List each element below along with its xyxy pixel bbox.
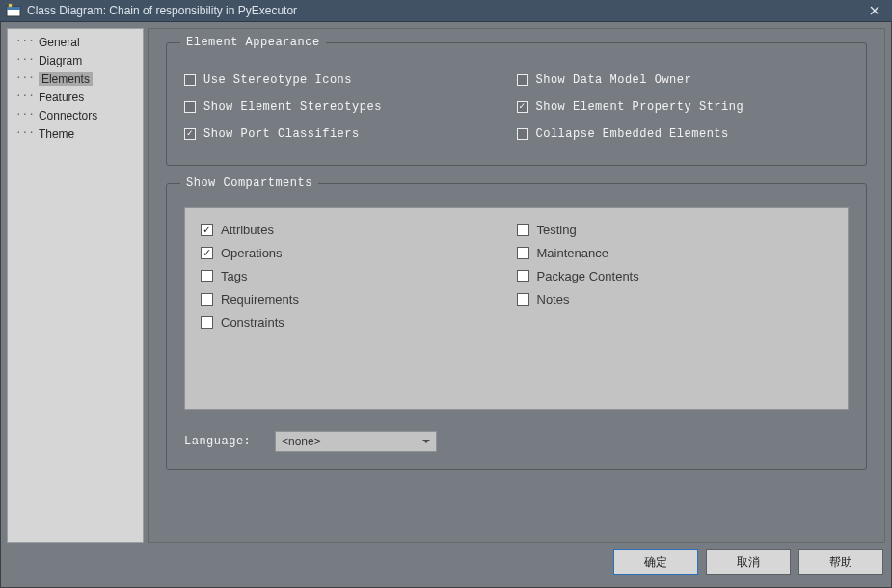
checkbox-icon xyxy=(517,101,528,113)
checkbox-icon xyxy=(517,74,528,86)
checkbox-tags[interactable]: Tags xyxy=(201,264,517,287)
sidebar-item-label: Elements xyxy=(39,72,93,86)
sidebar-item-diagram[interactable]: ··· Diagram xyxy=(8,51,143,69)
checkbox-icon xyxy=(184,101,196,113)
window-title: Class Diagram: Chain of responsibility i… xyxy=(27,4,861,17)
checkbox-show-element-stereotypes[interactable]: Show Element Stereotypes xyxy=(184,94,517,120)
checkbox-label: Maintenance xyxy=(537,246,608,260)
button-label: 帮助 xyxy=(829,554,852,571)
checkbox-label: Notes xyxy=(537,292,570,307)
language-label: Language: xyxy=(184,435,275,448)
button-label: 确定 xyxy=(644,554,667,571)
checkbox-icon xyxy=(201,224,213,236)
checkbox-label: Tags xyxy=(221,269,247,283)
checkbox-icon xyxy=(201,247,213,259)
app-icon xyxy=(6,3,21,18)
checkbox-constraints[interactable]: Constraints xyxy=(201,310,517,334)
svg-rect-1 xyxy=(7,7,20,10)
checkbox-notes[interactable]: Notes xyxy=(517,287,833,310)
chevron-down-icon xyxy=(422,440,430,443)
ok-button[interactable]: 确定 xyxy=(613,549,698,575)
sidebar-item-connectors[interactable]: ··· Connectors xyxy=(8,106,143,124)
checkbox-icon xyxy=(517,293,529,306)
checkbox-icon xyxy=(201,270,213,282)
checkbox-show-data-model-owner[interactable]: Show Data Model Owner xyxy=(517,67,850,94)
tree-branch-icon: ··· xyxy=(15,35,35,47)
close-icon xyxy=(870,6,879,15)
compartments-list: Attributes Operations Tags xyxy=(184,207,849,410)
checkbox-testing[interactable]: Testing xyxy=(517,218,833,241)
tree-branch-icon: ··· xyxy=(15,90,35,102)
tree-branch-icon: ··· xyxy=(15,108,35,120)
checkbox-attributes[interactable]: Attributes xyxy=(201,218,517,241)
checkbox-operations[interactable]: Operations xyxy=(201,241,517,264)
sidebar-tree: ··· General ··· Diagram ··· Elements ···… xyxy=(7,28,144,543)
checkbox-maintenance[interactable]: Maintenance xyxy=(517,241,833,264)
sidebar-item-theme[interactable]: ··· Theme xyxy=(8,124,143,143)
language-combobox[interactable]: <none> xyxy=(275,431,437,452)
sidebar-item-features[interactable]: ··· Features xyxy=(8,88,143,106)
help-button[interactable]: 帮助 xyxy=(798,549,883,575)
checkbox-use-stereotype-icons[interactable]: Use Stereotype Icons xyxy=(184,67,517,94)
sidebar-item-label: Features xyxy=(39,91,84,104)
combobox-value: <none> xyxy=(282,435,321,448)
checkbox-requirements[interactable]: Requirements xyxy=(201,287,517,310)
sidebar-item-elements[interactable]: ··· Elements xyxy=(8,69,143,88)
checkbox-label: Testing xyxy=(537,223,577,237)
group-legend: Show Compartments xyxy=(180,176,318,190)
checkbox-label: Use Stereotype Icons xyxy=(203,73,352,87)
checkbox-icon xyxy=(517,247,529,259)
checkbox-icon xyxy=(517,224,529,236)
checkbox-label: Show Data Model Owner xyxy=(536,73,692,87)
checkbox-icon xyxy=(201,293,213,306)
sidebar-item-label: Diagram xyxy=(39,54,82,67)
group-legend: Element Appearance xyxy=(180,36,326,49)
cancel-button[interactable]: 取消 xyxy=(706,549,791,575)
language-row: Language: <none> xyxy=(184,431,849,452)
group-show-compartments: Show Compartments Attributes Operat xyxy=(166,183,867,470)
content-panel: Element Appearance Use Stereotype Icons … xyxy=(148,28,885,543)
sidebar-item-general[interactable]: ··· General xyxy=(8,33,143,51)
titlebar: Class Diagram: Chain of responsibility i… xyxy=(0,0,892,22)
checkbox-label: Show Element Stereotypes xyxy=(203,100,382,114)
checkbox-label: Package Contents xyxy=(537,269,639,283)
checkbox-package-contents[interactable]: Package Contents xyxy=(517,264,833,287)
checkbox-icon xyxy=(517,270,529,282)
checkbox-icon xyxy=(184,74,196,86)
checkbox-label: Constraints xyxy=(221,315,284,330)
tree-branch-icon: ··· xyxy=(15,71,35,84)
group-element-appearance: Element Appearance Use Stereotype Icons … xyxy=(166,42,867,166)
checkbox-icon xyxy=(517,128,528,140)
dialog-button-row: 确定 取消 帮助 xyxy=(7,543,885,581)
checkbox-label: Show Port Classifiers xyxy=(203,127,360,141)
sidebar-item-label: Connectors xyxy=(39,109,97,122)
checkbox-label: Attributes xyxy=(221,223,274,237)
checkbox-label: Show Element Property String xyxy=(536,100,744,114)
tree-branch-icon: ··· xyxy=(15,53,35,66)
checkbox-label: Collapse Embedded Elements xyxy=(536,127,729,141)
close-button[interactable] xyxy=(861,0,888,22)
svg-rect-2 xyxy=(9,4,12,7)
sidebar-item-label: Theme xyxy=(39,127,74,141)
checkbox-show-port-classifiers[interactable]: Show Port Classifiers xyxy=(184,120,517,147)
tree-branch-icon: ··· xyxy=(15,126,35,139)
checkbox-label: Operations xyxy=(221,246,283,260)
sidebar-item-label: General xyxy=(39,36,80,49)
checkbox-icon xyxy=(184,128,196,140)
checkbox-label: Requirements xyxy=(221,292,299,307)
checkbox-icon xyxy=(201,316,213,329)
button-label: 取消 xyxy=(737,554,760,571)
checkbox-show-element-property-string[interactable]: Show Element Property String xyxy=(517,94,850,120)
checkbox-collapse-embedded-elements[interactable]: Collapse Embedded Elements xyxy=(517,120,850,147)
client-area: ··· General ··· Diagram ··· Elements ···… xyxy=(0,22,892,588)
